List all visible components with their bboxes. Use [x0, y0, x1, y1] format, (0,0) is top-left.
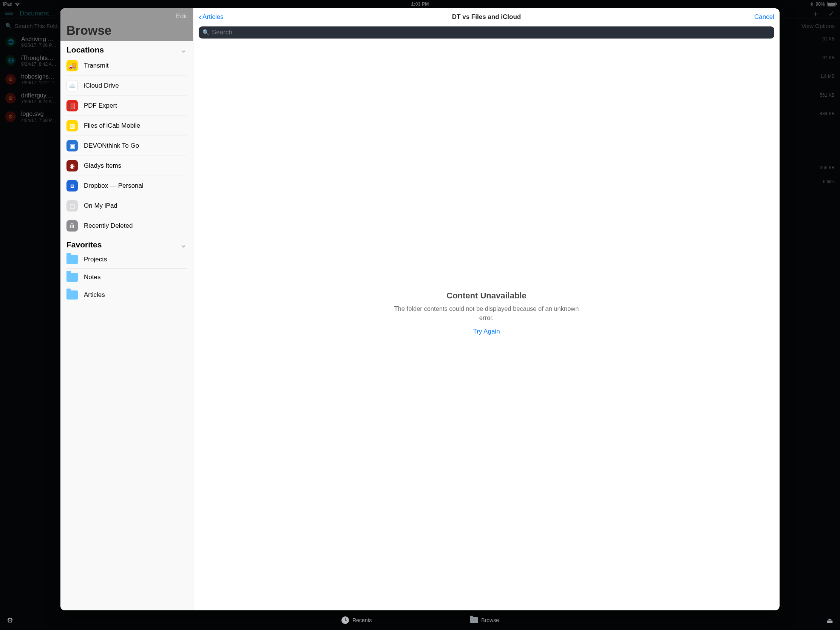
location-label: Dropbox — Personal: [84, 182, 144, 189]
location-label: Gladys Items: [84, 162, 121, 170]
ipad-icon: ▢: [66, 200, 78, 212]
favorite-item[interactable]: Articles: [66, 286, 187, 304]
location-item[interactable]: ▣DEVONthink To Go: [66, 136, 187, 156]
detail-search-field[interactable]: 🔍: [199, 27, 480, 38]
icloud-icon: ☁️: [66, 80, 78, 92]
folder-icon: [66, 273, 78, 282]
location-item[interactable]: ▢On My iPad: [66, 196, 187, 216]
location-label: Files of iCab Mobile: [84, 122, 140, 129]
location-label: iCloud Drive: [84, 82, 119, 90]
location-item[interactable]: ☁️iCloud Drive: [66, 76, 187, 96]
favorite-label: Articles: [84, 291, 105, 299]
location-label: DEVONthink To Go: [84, 142, 139, 150]
location-label: Transmit: [84, 62, 109, 69]
folder-icon: [66, 255, 78, 264]
location-item[interactable]: 📕PDF Expert: [66, 96, 187, 116]
transmit-icon: 🚚: [66, 60, 78, 71]
chevron-left-icon: ‹: [199, 13, 202, 22]
location-item[interactable]: 🚚Transmit: [66, 56, 187, 76]
locations-header[interactable]: Locations ⌄: [60, 41, 193, 56]
error-message: The folder contents could not be display…: [388, 305, 480, 322]
location-label: Recently Deleted: [84, 222, 133, 230]
back-button[interactable]: ‹ Articles: [199, 13, 224, 22]
detail-search-input[interactable]: [212, 29, 480, 36]
icab-icon: ▦: [66, 120, 78, 131]
search-icon: 🔍: [202, 29, 210, 36]
favorite-label: Notes: [84, 273, 101, 281]
detail-title: DT vs Files and iCloud: [452, 13, 480, 21]
back-label: Articles: [202, 13, 224, 21]
files-detail-pane: ‹ Articles DT vs Files and iCloud Cancel…: [193, 8, 480, 360]
location-label: PDF Expert: [84, 102, 117, 109]
error-title: Content Unavailable: [447, 291, 480, 301]
favorites-header[interactable]: Favorites ⌄: [60, 236, 193, 251]
location-item[interactable]: 🗑Recently Deleted: [66, 216, 187, 236]
pdfexpert-icon: 📕: [66, 100, 78, 111]
favorite-label: Projects: [84, 256, 107, 263]
browse-title: Browse: [66, 24, 187, 38]
trash-icon: 🗑: [66, 220, 78, 232]
location-item[interactable]: ◉Gladys Items: [66, 156, 187, 176]
files-sidebar: Edit Browse Locations ⌄ 🚚Transmit☁️iClou…: [60, 8, 193, 360]
chevron-down-icon: ⌄: [180, 45, 187, 54]
files-picker-modal: Edit Browse Locations ⌄ 🚚Transmit☁️iClou…: [60, 8, 480, 360]
edit-button[interactable]: Edit: [176, 13, 187, 20]
favorite-item[interactable]: Projects: [66, 251, 187, 268]
location-item[interactable]: ▦Files of iCab Mobile: [66, 116, 187, 136]
favorites-label: Favorites: [66, 240, 102, 249]
try-again-button[interactable]: Try Again: [473, 328, 480, 335]
dropbox-icon: ⧈: [66, 180, 78, 191]
locations-label: Locations: [66, 45, 104, 54]
devon-icon: ▣: [66, 140, 78, 152]
chevron-down-icon: ⌄: [180, 240, 187, 249]
location-item[interactable]: ⧈Dropbox — Personal: [66, 176, 187, 196]
folder-icon: [66, 291, 78, 300]
location-label: On My iPad: [84, 202, 117, 210]
favorite-item[interactable]: Notes: [66, 268, 187, 286]
gladys-icon: ◉: [66, 160, 78, 172]
